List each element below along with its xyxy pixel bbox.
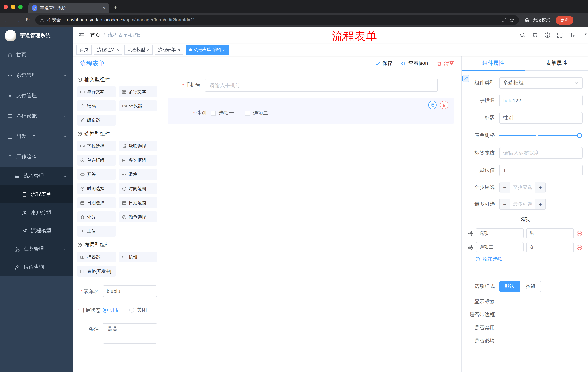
back-button[interactable]: ← bbox=[4, 17, 10, 23]
palette-item-time-picker[interactable]: 时间选择 bbox=[77, 183, 116, 194]
tab-form-props[interactable]: 表单属性 bbox=[525, 56, 588, 70]
palette-item-button[interactable]: 按钮 bbox=[119, 252, 157, 262]
decrease-button[interactable]: − bbox=[500, 199, 510, 209]
bookmark-star-icon[interactable] bbox=[509, 18, 514, 22]
update-button[interactable]: 更新 bbox=[556, 15, 573, 25]
palette-item-single-text[interactable]: 单行文本 bbox=[77, 86, 116, 97]
palette-item-table[interactable]: 表格[开发中] bbox=[77, 266, 116, 277]
delete-widget-button[interactable] bbox=[440, 101, 448, 109]
tag-close-icon[interactable]: × bbox=[178, 47, 180, 52]
add-option-button[interactable]: 添加选项 bbox=[475, 256, 583, 262]
option-label-input[interactable] bbox=[476, 242, 524, 252]
breadcrumb-home[interactable]: 首页 bbox=[90, 32, 100, 38]
clear-button[interactable]: 清空 bbox=[437, 60, 454, 67]
sidebar-item-task-management[interactable]: 任务管理 bbox=[0, 240, 73, 258]
minimize-window-button[interactable] bbox=[11, 5, 15, 9]
style-default-button[interactable]: 默认 bbox=[499, 281, 520, 292]
sidebar-item-process-form[interactable]: 流程表单 bbox=[0, 185, 73, 203]
max-select-value[interactable]: 最多可选 bbox=[510, 199, 535, 209]
title-input[interactable] bbox=[499, 112, 583, 124]
palette-item-color-picker[interactable]: 颜色选择 bbox=[119, 212, 157, 223]
palette-item-switch[interactable]: 开关 bbox=[77, 169, 116, 180]
sidebar-item-process-management[interactable]: 流程管理 bbox=[0, 167, 73, 185]
close-window-button[interactable] bbox=[4, 5, 8, 9]
status-off-radio[interactable]: 关闭 bbox=[129, 307, 147, 313]
sidebar-item-payment[interactable]: ¥ 支付管理 bbox=[0, 85, 73, 106]
grid-slider[interactable] bbox=[499, 130, 583, 141]
new-tab-button[interactable]: + bbox=[114, 4, 117, 12]
link-button[interactable] bbox=[462, 75, 469, 82]
default-value-input[interactable] bbox=[499, 165, 583, 176]
increase-button[interactable]: + bbox=[535, 182, 546, 192]
tag-home[interactable]: 首页 bbox=[76, 45, 92, 54]
checkbox-option-1[interactable]: 选项一 bbox=[211, 110, 234, 117]
palette-item-dropdown[interactable]: 下拉选择 bbox=[77, 140, 116, 151]
remove-option-icon[interactable] bbox=[576, 244, 583, 250]
form-name-input[interactable] bbox=[103, 285, 157, 297]
browser-menu-button[interactable]: ⋮ bbox=[578, 17, 584, 23]
option-value-input[interactable] bbox=[526, 242, 574, 252]
sidebar-item-user-group[interactable]: 用户分组 bbox=[0, 203, 73, 222]
sidebar-item-devtools[interactable]: 研发工具 bbox=[0, 126, 73, 147]
status-on-radio[interactable]: 开启 bbox=[103, 307, 120, 313]
tag-process-model[interactable]: 流程模型 × bbox=[125, 45, 153, 54]
help-icon[interactable] bbox=[544, 32, 551, 38]
tag-close-icon[interactable]: × bbox=[116, 47, 119, 52]
palette-item-multi-text[interactable]: 多行文本 bbox=[119, 86, 157, 97]
palette-item-row-container[interactable]: 行容器 bbox=[77, 252, 116, 262]
sidebar-item-workflow[interactable]: 工作流程 bbox=[0, 147, 73, 167]
slider-handle[interactable] bbox=[577, 133, 582, 138]
sidebar-item-system[interactable]: 系统管理 bbox=[0, 65, 73, 85]
decrease-button[interactable]: − bbox=[500, 182, 510, 192]
tag-process-definition[interactable]: 流程定义 × bbox=[94, 45, 122, 54]
phone-field-row[interactable]: *手机号 bbox=[167, 79, 456, 92]
sidebar-item-home[interactable]: 首页 bbox=[0, 45, 73, 65]
field-name-input[interactable] bbox=[499, 95, 583, 106]
palette-item-cascader[interactable]: 级联选择 bbox=[119, 140, 157, 151]
slider-track[interactable] bbox=[499, 135, 580, 136]
drag-handle-icon[interactable] bbox=[467, 230, 473, 236]
palette-item-date-picker[interactable]: 日期选择 bbox=[77, 197, 116, 208]
remove-option-icon[interactable] bbox=[576, 230, 583, 236]
palette-item-upload[interactable]: 上传 bbox=[77, 226, 116, 237]
palette-item-time-range[interactable]: 时间范围 bbox=[119, 183, 157, 194]
option-label-input[interactable] bbox=[476, 228, 524, 238]
gender-field-selected[interactable]: *性别 选项一 选项二 bbox=[168, 97, 454, 124]
save-button[interactable]: 保存 bbox=[375, 60, 392, 67]
sidebar-item-infrastructure[interactable]: 基础设施 bbox=[0, 106, 73, 126]
phone-input[interactable] bbox=[205, 79, 438, 92]
palette-item-password[interactable]: 密码 bbox=[77, 100, 116, 111]
palette-item-radio-group[interactable]: 单选框组 bbox=[77, 155, 116, 166]
tag-process-form[interactable]: 流程表单 × bbox=[155, 45, 183, 54]
tag-close-icon[interactable]: × bbox=[223, 47, 226, 52]
palette-item-date-range[interactable]: 日期范围 bbox=[119, 197, 157, 208]
drag-handle-icon[interactable] bbox=[467, 244, 473, 250]
sidebar-item-process-model[interactable]: 流程模型 bbox=[0, 222, 73, 240]
palette-item-rate[interactable]: 评分 bbox=[77, 212, 116, 223]
zoom-window-button[interactable] bbox=[18, 5, 22, 9]
github-icon[interactable] bbox=[532, 32, 538, 38]
font-size-icon[interactable] bbox=[569, 32, 575, 38]
increase-button[interactable]: + bbox=[535, 199, 546, 209]
tag-process-form-edit[interactable]: 流程表单-编辑 × bbox=[186, 45, 229, 54]
password-key-icon[interactable] bbox=[501, 18, 506, 22]
browser-tab[interactable]: 芋道管理系统 × bbox=[28, 2, 109, 13]
sidebar-item-leave-query[interactable]: 请假查询 bbox=[0, 258, 73, 276]
copy-widget-button[interactable] bbox=[428, 101, 437, 109]
palette-item-checkbox-group[interactable]: 多选框组 bbox=[119, 155, 157, 166]
style-button-button[interactable]: 按钮 bbox=[520, 281, 541, 292]
tag-width-input[interactable] bbox=[499, 147, 583, 159]
tag-close-icon[interactable]: × bbox=[147, 47, 149, 52]
sidebar-fold-button[interactable] bbox=[73, 32, 90, 38]
tab-component-props[interactable]: 组件属性 bbox=[462, 56, 525, 70]
forward-button[interactable]: → bbox=[15, 17, 20, 23]
avatar-caret-icon[interactable]: ▾ bbox=[585, 32, 587, 36]
view-json-button[interactable]: 查看json bbox=[401, 60, 428, 67]
palette-item-slider[interactable]: 滑块 bbox=[119, 169, 157, 180]
min-select-value[interactable]: 至少应选 bbox=[510, 182, 535, 192]
palette-item-counter[interactable]: 123计数器 bbox=[119, 100, 157, 111]
address-bar[interactable]: 不安全 dashboard.yudao.iocoder.cn/bpm/manag… bbox=[35, 15, 519, 25]
tab-close-icon[interactable]: × bbox=[103, 5, 105, 11]
option-value-input[interactable] bbox=[526, 228, 574, 238]
component-type-select[interactable]: 多选框组 bbox=[499, 77, 583, 89]
